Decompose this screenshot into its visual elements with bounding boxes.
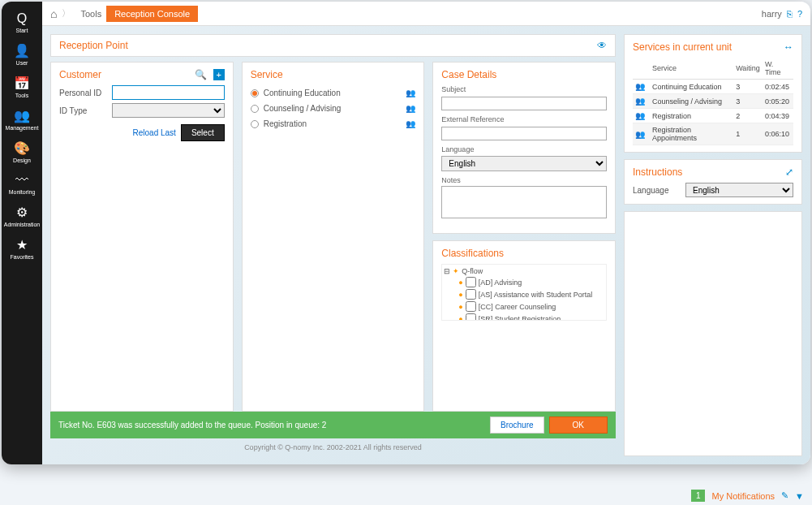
sidebar-label: Design — [3, 158, 41, 163]
instructions-panel: Instructions ⤢ Language English — [624, 159, 802, 205]
gear-icon: ⚙ — [3, 205, 41, 220]
instructions-body — [624, 211, 802, 456]
instructions-language-select[interactable]: English — [685, 183, 793, 197]
instructions-language-label: Language — [633, 186, 685, 195]
notifications-label: My Notifications — [711, 491, 775, 501]
notes-input[interactable] — [441, 186, 607, 218]
chevron-icon: 〉 — [62, 7, 71, 19]
edit-icon[interactable]: ✎ — [781, 490, 788, 501]
case-title: Case Details — [441, 69, 496, 80]
reload-last-button[interactable]: Reload Last — [133, 124, 176, 141]
calendar-icon: 📅 — [3, 76, 41, 91]
service-panel: Service Continuing Education 👥 Counselin… — [242, 62, 425, 412]
help-icon[interactable]: ? — [797, 9, 802, 19]
enqueue-icon[interactable]: 👥 — [406, 104, 415, 113]
people-icon: 👥 — [635, 82, 645, 91]
table-row[interactable]: 👥Registration20:04:39 — [633, 109, 793, 123]
breadcrumb-tools[interactable]: Tools — [75, 9, 106, 19]
sidebar-item-start[interactable]: QStart — [2, 6, 42, 38]
subject-input[interactable] — [441, 97, 607, 110]
enqueue-icon[interactable]: 👥 — [406, 88, 415, 97]
topbar: ⌂ 〉 Tools Reception Console harry ⎘ ? — [42, 2, 810, 26]
sidebar-item-user[interactable]: 👤User — [2, 38, 42, 71]
class-checkbox[interactable] — [466, 289, 476, 300]
sidebar-item-favorites[interactable]: ★Favorites — [2, 232, 42, 265]
class-checkbox[interactable] — [466, 301, 476, 312]
col-wtime: W. Time — [763, 58, 793, 80]
table-row[interactable]: 👥Registration Appointments10:06:10 — [633, 123, 793, 145]
classifications-panel: Classifications ⊟✦Q-flow ●[AD] Advising … — [432, 240, 616, 412]
sidebar-item-management[interactable]: 👥Management — [2, 103, 42, 136]
tree-root: Q-flow — [462, 267, 483, 275]
customer-panel: Customer 🔍 + Personal ID — [50, 62, 234, 412]
brochure-button[interactable]: Brochure — [490, 417, 544, 434]
status-bar: Ticket No. E603 was successfully added t… — [50, 412, 616, 438]
ok-button[interactable]: OK — [549, 417, 608, 434]
search-icon[interactable]: 🔍 — [195, 69, 207, 80]
logout-icon[interactable]: ⎘ — [787, 9, 793, 19]
table-row[interactable]: 👥Counseling / Advising30:05:20 — [633, 94, 793, 109]
filter-icon[interactable]: ▼ — [795, 491, 804, 501]
extref-input[interactable] — [441, 127, 607, 140]
enqueue-icon[interactable]: 👥 — [406, 119, 415, 128]
classification-tree[interactable]: ⊟✦Q-flow ●[AD] Advising ●[AS] Assistance… — [441, 264, 607, 321]
col-waiting: Waiting — [733, 58, 763, 80]
services-unit-panel: Services in current unit ↔ Service Waiti… — [624, 34, 802, 153]
footer: Copyright © Q-nomy Inc. 2002-2021 All ri… — [50, 438, 616, 456]
service-option[interactable]: Registration 👥 — [251, 116, 416, 132]
table-row[interactable]: 👥Continuing Education30:02:45 — [633, 80, 793, 94]
class-checkbox[interactable] — [466, 313, 476, 321]
class-item: [AS] Assistance with Student Portal — [479, 291, 593, 299]
sidebar-label: Tools — [3, 93, 41, 98]
personal-id-input[interactable] — [112, 85, 225, 100]
user-icon: 👤 — [3, 43, 41, 58]
sidebar-label: User — [3, 60, 41, 66]
people-icon: 👥 — [635, 97, 645, 106]
star-icon: ★ — [3, 237, 41, 252]
home-icon[interactable]: ⌂ — [50, 7, 57, 20]
status-message: Ticket No. E603 was successfully added t… — [58, 421, 326, 429]
eye-icon[interactable]: 👁 — [597, 40, 607, 51]
classifications-title: Classifications — [441, 248, 504, 259]
language-label: Language — [441, 145, 607, 153]
expand-icon[interactable]: ⤢ — [785, 166, 793, 178]
service-label: Counseling / Advising — [264, 104, 342, 113]
personal-id-label: Personal ID — [59, 88, 112, 97]
sidebar: QStart 👤User 📅Tools 👥Management 🎨Design … — [2, 2, 42, 464]
refresh-icon[interactable]: ↔ — [784, 41, 793, 53]
subject-label: Subject — [441, 85, 607, 93]
reception-header: Reception Point 👁 — [50, 34, 616, 57]
sidebar-item-design[interactable]: 🎨Design — [2, 136, 42, 168]
sidebar-label: Start — [3, 28, 41, 33]
extref-label: External Reference — [441, 115, 607, 123]
col-service: Service — [650, 58, 733, 80]
main-area: ⌂ 〉 Tools Reception Console harry ⎘ ? Re… — [42, 2, 810, 464]
people-icon: 👥 — [635, 130, 645, 139]
sidebar-label: Favorites — [3, 254, 41, 260]
select-button[interactable]: Select — [181, 124, 225, 141]
pulse-icon: 〰 — [3, 173, 41, 188]
collapse-icon[interactable]: ⊟ — [444, 267, 450, 275]
sidebar-label: Monitoring — [3, 189, 41, 195]
add-customer-icon[interactable]: + — [213, 69, 225, 80]
service-option[interactable]: Counseling / Advising 👥 — [251, 101, 416, 116]
radio-icon — [251, 105, 259, 113]
people-icon: 👥 — [3, 108, 41, 123]
class-checkbox[interactable] — [466, 277, 476, 287]
sidebar-item-monitoring[interactable]: 〰Monitoring — [2, 168, 42, 200]
reception-title: Reception Point — [59, 40, 128, 51]
sidebar-item-tools[interactable]: 📅Tools — [2, 71, 42, 103]
service-option[interactable]: Continuing Education 👥 — [251, 85, 416, 101]
sidebar-label: Management — [3, 125, 41, 131]
sidebar-item-administration[interactable]: ⚙Administration — [2, 200, 42, 232]
sidebar-label: Administration — [3, 222, 41, 227]
language-select[interactable]: English — [441, 156, 607, 171]
notifications-bar[interactable]: 1 My Notifications ✎ ▼ — [691, 490, 804, 502]
services-unit-title: Services in current unit — [633, 41, 732, 53]
username: harry — [762, 9, 782, 19]
id-type-select[interactable] — [112, 103, 225, 118]
content: Reception Point 👁 Customer 🔍 + — [42, 26, 810, 464]
services-table: Service Waiting W. Time 👥Continuing Educ… — [633, 58, 793, 145]
class-item: [SR] Student Registration — [479, 315, 561, 322]
breadcrumb-active: Reception Console — [106, 6, 198, 22]
